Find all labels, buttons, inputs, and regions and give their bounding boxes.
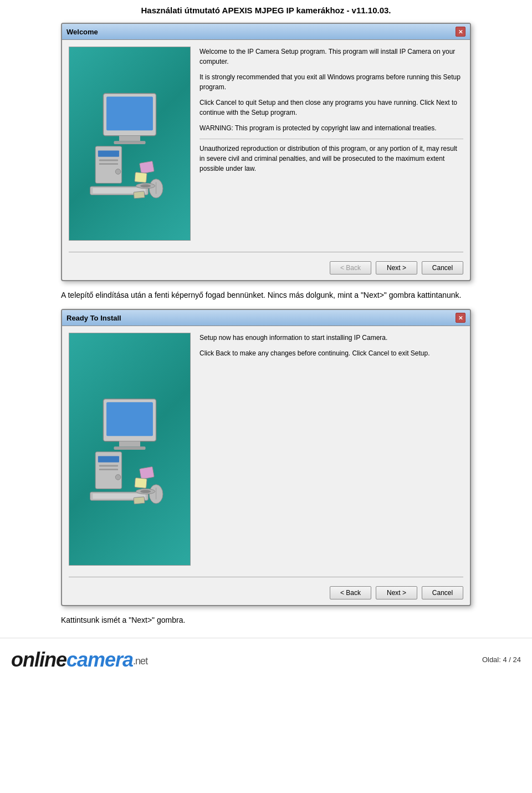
dialog2-title: Ready To Install <box>66 314 121 322</box>
welcome-dialog: Welcome ✕ <box>61 23 471 281</box>
logo-online: online <box>11 648 66 671</box>
dialog2-image <box>69 333 191 566</box>
svg-rect-20 <box>119 441 140 447</box>
svg-point-8 <box>115 169 121 175</box>
svg-point-16 <box>140 184 151 187</box>
dialog2-text1: Setup now has enough information to star… <box>200 333 463 343</box>
svg-rect-32 <box>135 478 147 489</box>
dialog1-close-button[interactable]: ✕ <box>456 27 466 37</box>
svg-rect-6 <box>99 160 118 161</box>
svg-rect-25 <box>99 469 118 471</box>
svg-rect-19 <box>106 403 153 436</box>
svg-rect-17 <box>134 191 145 199</box>
dialog2-footer: < Back Next > Cancel <box>62 582 470 605</box>
dialog1-back-button[interactable]: < Back <box>330 261 371 274</box>
svg-rect-24 <box>99 465 118 467</box>
description2: Kattintsunk ismét a "Next>" gombra. <box>61 614 471 626</box>
dialog1-titlebar: Welcome ✕ <box>62 24 470 40</box>
dialog2-body: Setup now has enough information to star… <box>62 326 470 572</box>
svg-rect-14 <box>135 172 147 183</box>
svg-rect-35 <box>134 497 145 504</box>
svg-rect-1 <box>106 96 153 130</box>
dialog1-next-button[interactable]: Next > <box>376 261 417 274</box>
dialog2-text-area: Setup now has enough information to star… <box>200 333 463 566</box>
svg-rect-3 <box>114 141 145 144</box>
logo-camera: camera <box>66 648 133 671</box>
dialog1-text3: Click Cancel to quit Setup and then clos… <box>200 98 463 118</box>
description1: A telepítő elindítása után a fenti képer… <box>61 289 471 301</box>
dialog1-footer: < Back Next > Cancel <box>62 257 470 280</box>
logo-dotnet: .net <box>133 655 147 667</box>
dialog2-next-button[interactable]: Next > <box>376 586 417 599</box>
dialog1-text2: It is strongly recommended that you exit… <box>200 72 463 92</box>
dialog2-separator <box>69 577 463 577</box>
svg-rect-2 <box>119 136 140 141</box>
dialog1-cancel-button[interactable]: Cancel <box>422 261 463 274</box>
dialog1-body: Welcome to the IP Camera Setup program. … <box>62 40 470 247</box>
footer-page-number: Oldal: 4 / 24 <box>482 655 521 664</box>
svg-rect-13 <box>140 161 155 174</box>
page-footer: onlinecamera.net Oldal: 4 / 24 <box>0 638 532 678</box>
dialog1-text-area: Welcome to the IP Camera Setup program. … <box>200 47 463 241</box>
dialog2-close-button[interactable]: ✕ <box>456 313 466 323</box>
svg-rect-23 <box>98 456 119 462</box>
dialog2-back-button[interactable]: < Back <box>330 586 371 599</box>
dialog2-text2: Click Back to make any changes before co… <box>200 348 463 358</box>
svg-rect-31 <box>140 467 155 480</box>
dialog1-image <box>69 47 191 241</box>
dialog2-cancel-button[interactable]: Cancel <box>422 586 463 599</box>
dialog1-title: Welcome <box>66 28 98 36</box>
page-title: Használati útmutató APEXIS MJPEG IP kame… <box>0 0 532 23</box>
svg-point-26 <box>115 475 121 480</box>
dialog1-text4: WARNING: This program is protected by co… <box>200 123 463 133</box>
dialog2-titlebar: Ready To Install ✕ <box>62 310 470 326</box>
footer-logo: onlinecamera.net <box>11 648 147 672</box>
dialog1-text1: Welcome to the IP Camera Setup program. … <box>200 47 463 67</box>
svg-rect-7 <box>99 163 118 165</box>
dialog1-separator <box>69 252 463 252</box>
dialog1-text5: Unauthorized reproduction or distributio… <box>200 144 463 174</box>
dialog1-divider <box>200 139 463 139</box>
svg-point-34 <box>140 490 151 494</box>
svg-rect-21 <box>114 447 145 450</box>
svg-rect-5 <box>98 150 119 156</box>
ready-to-install-dialog: Ready To Install ✕ <box>61 309 471 606</box>
